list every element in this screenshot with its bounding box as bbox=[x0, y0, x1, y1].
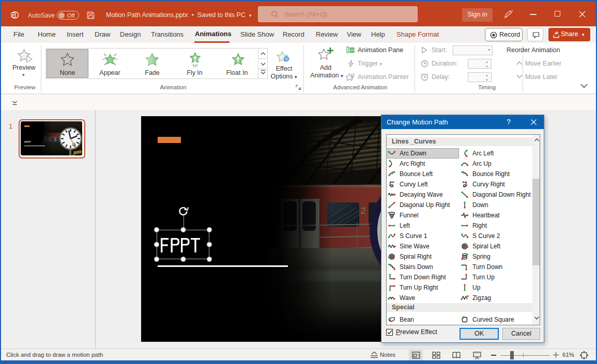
svg-text:P: P bbox=[12, 13, 14, 18]
